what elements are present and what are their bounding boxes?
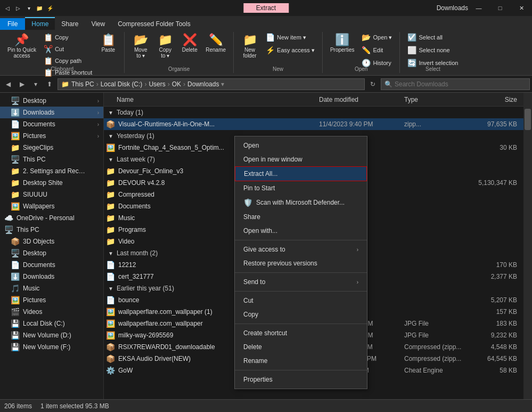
properties-button[interactable]: ℹ️ Properties bbox=[327, 32, 358, 55]
sidebar-item-siuuuu[interactable]: 📁 SIUUUU bbox=[0, 189, 103, 200]
sidebar-label-downloads: Downloads bbox=[23, 109, 54, 116]
ctx-cut[interactable]: Cut bbox=[235, 294, 367, 308]
ctx-open[interactable]: Open bbox=[235, 139, 367, 152]
back-button[interactable]: ◀ bbox=[2, 78, 14, 90]
sidebar-item-desktop-shite[interactable]: 📁 Desktop Shite bbox=[0, 177, 103, 189]
file-icon: 📦 bbox=[106, 120, 115, 128]
maximize-button[interactable]: □ bbox=[489, 0, 511, 16]
col-header-type[interactable]: Type bbox=[404, 96, 468, 103]
ctx-send-to[interactable]: Send to › bbox=[235, 275, 367, 289]
easy-access-button[interactable]: ⚡ Easy access ▾ bbox=[263, 45, 318, 55]
up-button[interactable]: ⬆ bbox=[44, 78, 55, 90]
ctx-open-with[interactable]: Open with... bbox=[235, 224, 367, 238]
ctx-delete[interactable]: Delete bbox=[235, 340, 367, 354]
ctx-pin-to-start[interactable]: Pin to Start bbox=[235, 181, 367, 195]
col-header-size[interactable]: Size bbox=[468, 96, 521, 103]
sidebar-item-wallpapers[interactable]: 🖼️ Wallpapers bbox=[0, 200, 103, 212]
select-none-button[interactable]: ⬜ Select none bbox=[404, 45, 461, 55]
group-today[interactable]: ▼ Today (1) bbox=[104, 107, 523, 118]
refresh-button[interactable]: ↻ bbox=[367, 78, 379, 90]
sidebar-item-downloads[interactable]: ⬇️ Downloads › bbox=[0, 107, 103, 118]
search-input[interactable] bbox=[395, 80, 526, 88]
move-to-button[interactable]: 📂 Moveto ▾ bbox=[129, 32, 152, 61]
close-button[interactable]: ✕ bbox=[511, 0, 532, 16]
select-all-button[interactable]: ☑️ Select all bbox=[404, 32, 461, 43]
addr-downloads[interactable]: Downloads bbox=[187, 80, 219, 88]
col-header-name[interactable]: Name bbox=[106, 96, 319, 103]
forward-button[interactable]: ▶ bbox=[16, 78, 28, 90]
sidebar-item-documents[interactable]: 📄 Documents › bbox=[0, 118, 103, 130]
ctx-open-new-window[interactable]: Open in new window bbox=[235, 152, 367, 166]
ctx-properties[interactable]: Properties bbox=[235, 373, 367, 386]
sidebar-item-pictures2[interactable]: 🖼️ Pictures bbox=[0, 294, 103, 306]
minimize-button[interactable]: — bbox=[468, 0, 489, 16]
cut-button[interactable]: ✂️ Cut bbox=[40, 44, 95, 54]
table-row[interactable]: 📦 Visual-C-Runtimes-All-in-One-M... 11/4… bbox=[104, 118, 523, 130]
tab-compressed[interactable]: Compressed Folder Tools bbox=[111, 18, 197, 30]
sidebar-item-thispc2[interactable]: 🖥️ This PC bbox=[0, 224, 103, 236]
open-label: Open ▾ bbox=[373, 34, 392, 41]
addr-users[interactable]: Users bbox=[149, 80, 165, 88]
sidebar-item-videos[interactable]: 🎬 Videos bbox=[0, 306, 103, 318]
scrollbar-right[interactable] bbox=[523, 93, 532, 399]
tab-share[interactable]: Share bbox=[55, 18, 85, 30]
scrollbar-thumb[interactable] bbox=[525, 109, 531, 130]
sidebar-item-pictures[interactable]: 🖼️ Pictures › bbox=[0, 130, 103, 142]
copy-to-button[interactable]: 📁 Copyto ▾ bbox=[153, 32, 177, 61]
sidebar-label-settings: 2. Settings and Recomm... bbox=[23, 167, 87, 175]
sidebar-item-volumed[interactable]: 💾 New Volume (D:) bbox=[0, 329, 103, 341]
ctx-give-access[interactable]: Give access to › bbox=[235, 243, 367, 256]
sidebar-item-3dobjects[interactable]: 📦 3D Objects bbox=[0, 236, 103, 247]
sidebar-item-desktop[interactable]: 🖥️ Desktop › bbox=[0, 95, 103, 107]
new-item-button[interactable]: 📄 New item ▾ bbox=[263, 32, 318, 43]
addr-local-disk[interactable]: Local Disk (C:) bbox=[101, 80, 143, 88]
file-type: zipp... bbox=[404, 120, 468, 128]
recent-button[interactable]: ▾ bbox=[30, 78, 42, 90]
file-size: 2,377 KB bbox=[468, 273, 521, 280]
copy-button[interactable]: 📋 Copy bbox=[40, 32, 95, 43]
ctx-extract-all[interactable]: Extract All... bbox=[235, 166, 367, 181]
file-type: Cheat Engine bbox=[404, 367, 468, 374]
sidebar-item-thispc[interactable]: 🖥️ This PC bbox=[0, 154, 103, 165]
search-box[interactable]: 🔍 bbox=[381, 78, 530, 90]
sidebar-item-downloads2[interactable]: ⬇️ Downloads bbox=[0, 271, 103, 282]
file-size: 5,207 KB bbox=[468, 296, 521, 304]
addr-ok[interactable]: OK bbox=[172, 80, 181, 88]
address-path[interactable]: 📁 This PC › Local Disk (C:) › Users › OK… bbox=[58, 78, 365, 90]
ctx-rename[interactable]: Rename bbox=[235, 354, 367, 368]
ctx-create-shortcut[interactable]: Create shortcut bbox=[235, 326, 367, 340]
open-btn[interactable]: 📂 Open ▾ bbox=[358, 32, 395, 43]
ctx-copy[interactable]: Copy bbox=[235, 308, 367, 321]
sidebar-item-settings[interactable]: 📁 2. Settings and Recomm... bbox=[0, 165, 103, 177]
pin-to-quick-button[interactable]: 📌 Pin to Quickaccess bbox=[4, 32, 39, 61]
ctx-restore-versions[interactable]: Restore previous versions bbox=[235, 256, 367, 270]
sidebar-item-desktop2[interactable]: 🖥️ Desktop bbox=[0, 247, 103, 259]
ctx-scan-defender[interactable]: 🛡️ Scan with Microsoft Defender... bbox=[235, 195, 367, 210]
sidebar-item-localdisk[interactable]: 💾 Local Disk (C:) bbox=[0, 318, 103, 329]
sidebar-item-onedrive[interactable]: ☁️ OneDrive - Personal bbox=[0, 212, 103, 224]
sidebar-item-music[interactable]: 🎵 Music bbox=[0, 282, 103, 294]
rename-button[interactable]: ✏️ Rename bbox=[202, 32, 229, 55]
new-folder-button[interactable]: 📁 Newfolder bbox=[238, 32, 261, 61]
tab-home[interactable]: Home bbox=[25, 17, 55, 30]
group-arrow-lastweek: ▼ bbox=[108, 157, 113, 163]
delete-button[interactable]: ❌ Delete bbox=[178, 32, 201, 55]
tab-file[interactable]: File bbox=[0, 18, 25, 30]
sidebar-item-siegeclips[interactable]: 📁 SiegeClips bbox=[0, 142, 103, 154]
paste-button[interactable]: 📋 Paste bbox=[96, 32, 120, 55]
ctx-properties-label: Properties bbox=[243, 376, 273, 383]
ribbon-tab-extract[interactable]: Extract bbox=[243, 3, 289, 13]
ctx-share-label: Share bbox=[243, 213, 260, 221]
sidebar-item-documents2[interactable]: 📄 Documents bbox=[0, 259, 103, 271]
file-size: 30 KB bbox=[468, 144, 521, 151]
select-all-icon: ☑️ bbox=[407, 33, 416, 42]
copy-path-button[interactable]: 📋 Copy path bbox=[40, 55, 95, 66]
col-header-date[interactable]: Date modified bbox=[319, 96, 404, 103]
ctx-rename-label: Rename bbox=[243, 357, 267, 365]
addr-this-pc[interactable]: This PC bbox=[71, 80, 94, 88]
ctx-share[interactable]: Share bbox=[235, 210, 367, 224]
edit-btn[interactable]: ✏️ Edit bbox=[358, 45, 395, 55]
tab-view[interactable]: View bbox=[85, 18, 111, 30]
new-folder-icon: 📁 bbox=[243, 34, 257, 46]
sidebar-item-volumef[interactable]: 💾 New Volume (F:) bbox=[0, 341, 103, 353]
